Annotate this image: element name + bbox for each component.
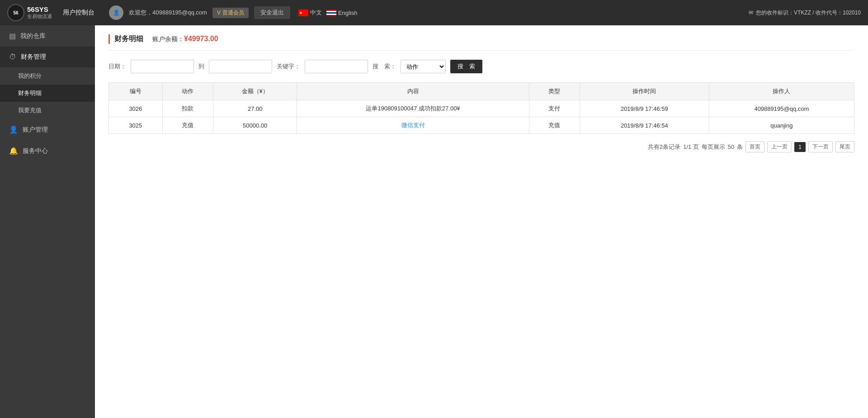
sidebar-item-service-label: 服务中心 — [23, 147, 48, 155]
flag-cn-icon — [298, 10, 308, 16]
lang-group: 中文 English — [298, 9, 358, 17]
ctrl-label: 用户控制台 — [63, 9, 94, 17]
lang-cn[interactable]: 中文 — [298, 9, 322, 17]
per-page-value: 50 — [728, 143, 734, 150]
sidebar-sub-points-label: 我的积分 — [18, 72, 42, 79]
member-icon: V — [217, 10, 221, 16]
cell-content: 运单190809100047 成功扣款27.00¥ — [297, 100, 529, 117]
date-sep: 到 — [198, 62, 204, 71]
page-header: 财务明细 账户余额：¥49973.00 — [108, 34, 854, 51]
keyword-label: 关键字： — [277, 62, 300, 71]
lang-cn-label: 中文 — [310, 9, 322, 17]
sidebar-item-account[interactable]: 👤 账户管理 — [0, 119, 95, 140]
cell-operator: 409889195@qq.com — [709, 100, 854, 117]
sidebar-item-warehouse[interactable]: ▤ 我的仓库 — [0, 25, 95, 47]
service-icon: 🔔 — [9, 147, 18, 155]
sidebar-item-finance[interactable]: ⏱ 财务管理 — [0, 47, 95, 67]
cell-action: 扣款 — [162, 100, 213, 117]
date-end-input[interactable] — [209, 60, 272, 73]
account-balance: 账户余额：¥49973.00 — [152, 35, 218, 43]
cell-id: 3026 — [109, 100, 163, 117]
identifier-text: 您的收件标识：VTKZZ / 收件代号：102010 — [756, 9, 861, 17]
logo-text: 56SYS — [27, 5, 52, 13]
total-text: 共有2条记录 — [648, 143, 680, 151]
account-icon: 👤 — [9, 125, 18, 134]
cell-operator: quanjing — [709, 117, 854, 134]
search-bar: 日期： 到 关键字： 搜 索： 动作 扣款 充值 搜 索 — [108, 60, 854, 73]
mail-icon: ✉ — [749, 10, 753, 16]
logo-icon: 56 — [7, 4, 24, 21]
sidebar-sub-detail-label: 财务明细 — [18, 90, 42, 96]
logo-sub: 全易物流通 — [27, 13, 52, 20]
per-page-label: 每页展示 — [702, 143, 725, 151]
col-id: 编号 — [109, 83, 163, 100]
cell-type: 支付 — [529, 100, 580, 117]
topnav: 56 56SYS 全易物流通 用户控制台 👤 欢迎您，409889195@qq.… — [0, 0, 868, 25]
layout: ▤ 我的仓库 ⏱ 财务管理 我的积分 财务明细 我要充值 👤 账户管理 🔔 服务… — [0, 25, 868, 418]
cell-time: 2019/8/9 17:46:59 — [580, 100, 709, 117]
lang-en-label: English — [338, 10, 358, 16]
page-title: 财务明细 — [108, 34, 143, 44]
date-label: 日期： — [108, 62, 126, 71]
cell-id: 3025 — [109, 117, 163, 134]
search-button[interactable]: 搜 索 — [450, 60, 482, 73]
keyword-input[interactable] — [305, 60, 368, 73]
finance-table: 编号 动作 金额（¥） 内容 类型 操作时间 操作人 3026扣款27.00运单… — [108, 82, 854, 134]
cell-amount: 50000.00 — [213, 117, 297, 134]
logout-button[interactable]: 安全退出 — [254, 6, 290, 19]
action-select[interactable]: 动作 扣款 充值 — [401, 60, 446, 73]
flag-th-icon — [326, 10, 336, 16]
table-row: 3025充值50000.00微信支付充值2019/8/9 17:46:54qua… — [109, 117, 854, 134]
member-badge: V 普通会员 — [212, 8, 249, 18]
finance-icon: ⏱ — [9, 53, 16, 61]
per-page-unit: 条 — [737, 143, 743, 151]
cell-amount: 27.00 — [213, 100, 297, 117]
sidebar-sub-points[interactable]: 我的积分 — [0, 67, 95, 85]
sidebar-item-account-label: 账户管理 — [23, 126, 48, 134]
first-page-button[interactable]: 首页 — [745, 141, 764, 152]
welcome-text: 欢迎您，409889195@qq.com — [129, 9, 207, 17]
logo: 56 56SYS 全易物流通 — [7, 4, 52, 21]
sidebar-item-service[interactable]: 🔔 服务中心 — [0, 140, 95, 162]
date-start-input[interactable] — [131, 60, 194, 73]
sidebar-item-finance-label: 财务管理 — [21, 53, 46, 61]
col-content: 内容 — [297, 83, 529, 100]
warehouse-icon: ▤ — [9, 32, 16, 40]
last-page-button[interactable]: 尾页 — [835, 141, 854, 152]
avatar: 👤 — [109, 5, 123, 20]
cell-type: 充值 — [529, 117, 580, 134]
sidebar-sub-recharge-label: 我要充值 — [18, 107, 42, 114]
balance-amount: ¥49973.00 — [184, 35, 218, 43]
pages-text: 1/1 页 — [683, 143, 699, 151]
col-amount: 金额（¥） — [213, 83, 297, 100]
main-content: 财务明细 账户余额：¥49973.00 日期： 到 关键字： 搜 索： 动作 扣… — [95, 25, 868, 418]
prev-page-button[interactable]: 上一页 — [767, 141, 792, 152]
next-page-button[interactable]: 下一页 — [808, 141, 833, 152]
cell-time: 2019/8/9 17:46:54 — [580, 117, 709, 134]
current-page-button[interactable]: 1 — [794, 142, 806, 152]
sidebar-sub-detail[interactable]: 财务明细 — [0, 85, 95, 102]
col-type: 类型 — [529, 83, 580, 100]
col-action: 动作 — [162, 83, 213, 100]
col-time: 操作时间 — [580, 83, 709, 100]
balance-label: 账户余额： — [152, 35, 184, 43]
table-row: 3026扣款27.00运单190809100047 成功扣款27.00¥支付20… — [109, 100, 854, 117]
col-operator: 操作人 — [709, 83, 854, 100]
table-header-row: 编号 动作 金额（¥） 内容 类型 操作时间 操作人 — [109, 83, 854, 100]
sidebar: ▤ 我的仓库 ⏱ 财务管理 我的积分 财务明细 我要充值 👤 账户管理 🔔 服务… — [0, 25, 95, 418]
identifier-info: ✉ 您的收件标识：VTKZZ / 收件代号：102010 — [749, 9, 861, 17]
cell-content[interactable]: 微信支付 — [297, 117, 529, 134]
search-type-label: 搜 索： — [373, 62, 396, 71]
pagination: 共有2条记录 1/1 页 每页展示 50 条 首页 上一页 1 下一页 尾页 — [108, 141, 854, 152]
lang-en[interactable]: English — [326, 10, 358, 16]
member-label: 普通会员 — [222, 9, 244, 17]
sidebar-item-warehouse-label: 我的仓库 — [20, 32, 46, 40]
sidebar-sub-recharge[interactable]: 我要充值 — [0, 102, 95, 119]
cell-content-link[interactable]: 微信支付 — [401, 122, 425, 128]
cell-action: 充值 — [162, 117, 213, 134]
